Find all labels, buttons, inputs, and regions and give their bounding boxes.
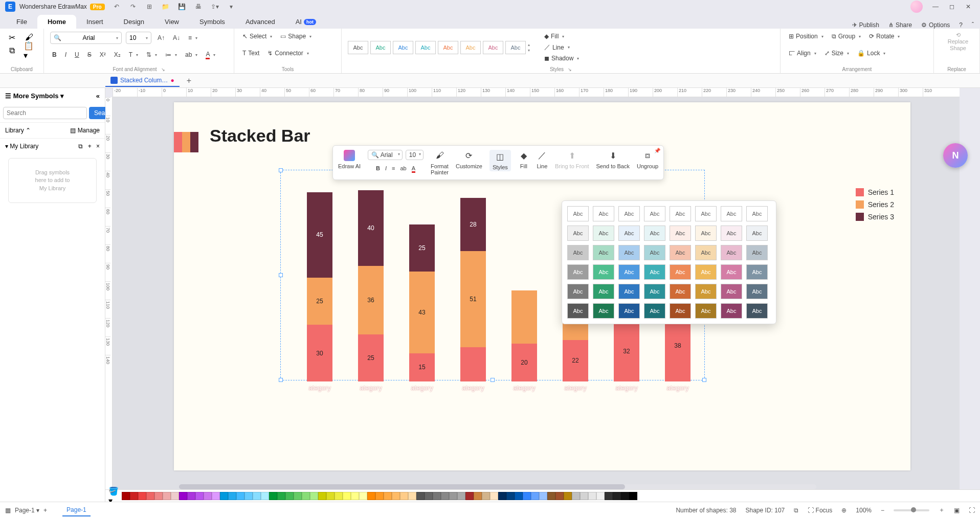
page-tab[interactable]: Page-1 (62, 504, 91, 516)
style-group-launcher-icon[interactable]: ↘ (568, 67, 572, 72)
font-family-select[interactable]: 🔍 Arial▾ (50, 32, 122, 44)
palette-color[interactable] (547, 492, 555, 500)
palette-color[interactable] (465, 492, 474, 500)
palette-color[interactable] (400, 492, 408, 500)
undo-icon[interactable]: ↶ (112, 2, 121, 11)
horizontal-scrollbar[interactable] (179, 484, 816, 489)
resize-handle[interactable] (702, 378, 706, 382)
zoom-out-icon[interactable]: − (881, 507, 884, 514)
palette-color[interactable] (375, 492, 384, 500)
bar-segment[interactable]: 25 (409, 224, 435, 272)
page-layout-icon[interactable]: ▦ (5, 507, 11, 514)
style-swatch[interactable]: Abc (721, 303, 742, 319)
palette-color[interactable] (310, 492, 318, 500)
bar-segment[interactable]: 28 (460, 198, 486, 251)
style-swatch[interactable]: Abc (438, 41, 458, 54)
bring-front-button[interactable]: ⬆Bring to Front (555, 150, 589, 169)
library-browse-icon[interactable]: ⧉ (78, 143, 83, 150)
palette-color[interactable] (367, 492, 375, 500)
connector-tool[interactable]: ↯ Connector (265, 49, 310, 58)
palette-color[interactable] (441, 492, 449, 500)
style-swatch[interactable]: Abc (460, 41, 481, 54)
style-swatch[interactable]: Abc (593, 206, 614, 221)
align-dropdown-icon[interactable]: ≡ (186, 33, 199, 42)
tab-advanced[interactable]: Advanced (235, 15, 285, 29)
ctx-fill-button[interactable]: ◆Fill (518, 150, 529, 169)
style-swatch[interactable]: Abc (746, 206, 768, 221)
symbol-drop-zone[interactable]: Drag symbols here to add to My Library (8, 158, 97, 203)
palette-color[interactable] (588, 492, 596, 500)
palette-color[interactable] (302, 492, 310, 500)
style-swatch[interactable]: Abc (618, 206, 640, 221)
style-swatch[interactable]: Abc (695, 226, 717, 241)
bar-segment[interactable]: 15 (409, 353, 435, 382)
bar-segment[interactable]: 20 (511, 344, 537, 381)
palette-color[interactable] (531, 492, 539, 500)
tab-view[interactable]: View (154, 15, 189, 29)
palette-color[interactable] (318, 492, 326, 500)
open-icon[interactable]: 📁 (161, 2, 170, 11)
style-swatch[interactable]: Abc (721, 245, 742, 260)
style-gallery-scroll[interactable]: ▴▾ (528, 41, 535, 54)
style-swatch[interactable]: Abc (670, 206, 691, 221)
palette-color[interactable] (343, 492, 351, 500)
style-swatch[interactable]: Abc (644, 245, 665, 260)
bold-icon[interactable]: B (50, 50, 59, 59)
palette-color[interactable] (408, 492, 416, 500)
bar-segment[interactable]: 40 (358, 190, 384, 266)
send-back-button[interactable]: ⬇Send to Back (596, 150, 630, 169)
style-swatch[interactable]: Abc (370, 41, 391, 54)
increase-font-icon[interactable]: A↑ (155, 33, 167, 42)
style-swatch[interactable]: Abc (746, 245, 768, 260)
symbol-search-input[interactable] (3, 107, 87, 119)
style-swatch[interactable]: Abc (593, 284, 614, 299)
palette-color[interactable] (154, 492, 163, 500)
redo-icon[interactable]: ↷ (128, 2, 138, 11)
tab-file[interactable]: File (6, 15, 37, 29)
style-swatch[interactable]: Abc (695, 245, 717, 260)
italic-icon[interactable]: I (63, 50, 69, 59)
maximize-icon[interactable]: ◻ (945, 2, 959, 12)
style-swatch[interactable]: Abc (567, 206, 589, 221)
palette-color[interactable] (392, 492, 400, 500)
style-swatch[interactable]: Abc (618, 245, 640, 260)
palette-color[interactable] (359, 492, 367, 500)
style-swatch[interactable]: Abc (393, 41, 413, 54)
more-symbols-label[interactable]: More Symbols (13, 92, 59, 100)
pin-icon[interactable]: 📌 (654, 148, 660, 153)
palette-color[interactable] (539, 492, 547, 500)
style-swatch[interactable]: Abc (670, 245, 691, 260)
palette-color[interactable] (449, 492, 457, 500)
style-swatch[interactable]: Abc (567, 226, 589, 241)
palette-color[interactable] (474, 492, 482, 500)
copy-icon[interactable]: ⧉ (6, 45, 17, 56)
tab-symbols[interactable]: Symbols (189, 15, 235, 29)
palette-color[interactable] (228, 492, 236, 500)
style-swatch[interactable]: Abc (644, 303, 665, 319)
palette-color[interactable] (351, 492, 359, 500)
palette-color[interactable] (572, 492, 580, 500)
scrollbar-thumb[interactable] (179, 484, 625, 489)
style-swatch[interactable]: Abc (415, 41, 436, 54)
style-swatch[interactable]: Abc (746, 284, 768, 299)
style-swatch[interactable]: Abc (593, 226, 614, 241)
palette-color[interactable] (212, 492, 220, 500)
tab-insert[interactable]: Insert (76, 15, 114, 29)
palette-color[interactable] (179, 492, 187, 500)
options-button[interactable]: ⚙ Options (921, 21, 950, 29)
bar-segment[interactable] (511, 290, 537, 344)
library-close-icon[interactable]: × (96, 143, 100, 150)
bar-segment[interactable]: 25 (307, 278, 332, 325)
palette-color[interactable] (629, 492, 637, 500)
palette-color[interactable] (564, 492, 572, 500)
palette-color[interactable] (171, 492, 179, 500)
decrease-font-icon[interactable]: A↓ (171, 33, 182, 42)
style-swatch[interactable]: Abc (618, 303, 640, 319)
new-icon[interactable]: ⊞ (145, 2, 154, 11)
fill-bucket-icon[interactable]: 🪣▾ (108, 491, 119, 501)
focus-button[interactable]: ⛶ Focus (808, 507, 832, 514)
style-swatch[interactable]: Abc (483, 41, 503, 54)
ctx-styles-button[interactable]: ◫Styles (489, 150, 511, 171)
zoom-in-icon[interactable]: ＋ (939, 506, 945, 514)
ctx-case-icon[interactable]: ab (400, 165, 406, 171)
